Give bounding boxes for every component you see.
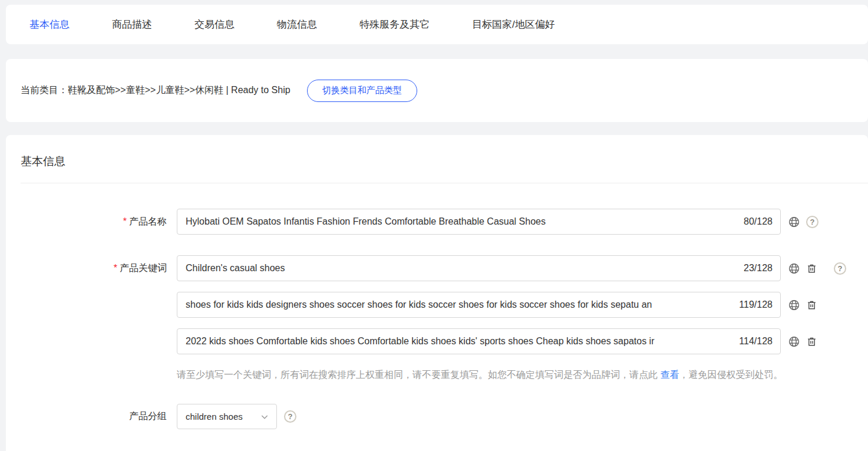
- keywords-label: *产品关键词: [6, 262, 177, 275]
- product-name-input-wrap: 80/128: [177, 209, 781, 235]
- hint-text-after: ，避免因侵权受到处罚。: [679, 370, 783, 380]
- globe-icon[interactable]: [788, 216, 800, 228]
- keywords-hint: 请至少填写一个关键词，所有词在搜索排序上权重相同，请不要重复填写。如您不确定填写…: [177, 369, 868, 381]
- hint-view-link[interactable]: 查看: [660, 370, 679, 380]
- basic-info-card: 基本信息 *产品名称 80/128 ?: [6, 135, 868, 451]
- tab-target-market[interactable]: 目标国家/地区偏好: [466, 18, 561, 31]
- basic-info-form: *产品名称 80/128 ? *产品关键词: [6, 209, 868, 429]
- product-name-icons: ?: [788, 216, 819, 228]
- keyword-3-input[interactable]: [177, 328, 781, 354]
- question-icon[interactable]: ?: [834, 262, 846, 275]
- keyword-1-counter: 23/128: [740, 263, 773, 274]
- current-category-path: 鞋靴及配饰>>童鞋>>儿童鞋>>休闲鞋 | Ready to Ship: [68, 84, 291, 97]
- keyword-2-input-wrap: 119/128: [177, 292, 781, 318]
- category-bar: 当前类目：鞋靴及配饰>>童鞋>>儿童鞋>>休闲鞋 | Ready to Ship…: [6, 59, 868, 122]
- globe-icon[interactable]: [788, 299, 800, 311]
- trash-icon[interactable]: [806, 263, 817, 274]
- keyword-2-icons: [788, 299, 823, 311]
- product-group-select[interactable]: children shoes: [177, 404, 277, 429]
- product-name-input[interactable]: [177, 209, 781, 235]
- keyword-1-icons: ?: [788, 262, 846, 275]
- hint-text-before: 请至少填写一个关键词，所有词在搜索排序上权重相同，请不要重复填写。如您不确定填写…: [177, 370, 660, 380]
- question-icon[interactable]: ?: [806, 216, 819, 228]
- keyword-3-input-wrap: 114/128: [177, 328, 781, 354]
- keyword-row-2: 119/128: [6, 292, 868, 318]
- product-group-icons: ?: [284, 410, 296, 423]
- keyword-3-icons: [788, 335, 823, 348]
- product-name-counter: 80/128: [740, 216, 773, 227]
- required-asterisk: *: [123, 216, 127, 226]
- product-group-value: children shoes: [186, 412, 243, 422]
- section-divider: [21, 183, 868, 183]
- keyword-2-counter: 119/128: [735, 299, 773, 310]
- trash-icon[interactable]: [806, 336, 817, 347]
- keyword-1-input-wrap: 23/128: [177, 255, 781, 281]
- globe-icon[interactable]: [788, 262, 800, 275]
- chevron-down-icon: [260, 412, 269, 422]
- product-name-label: *产品名称: [6, 216, 177, 228]
- product-group-label: 产品分组: [6, 410, 177, 423]
- tab-trade-info[interactable]: 交易信息: [189, 18, 240, 31]
- keyword-2-input[interactable]: [177, 292, 781, 318]
- current-category-label: 当前类目：: [21, 84, 68, 97]
- product-name-row: *产品名称 80/128 ?: [6, 209, 868, 235]
- trash-icon[interactable]: [806, 299, 817, 311]
- tab-product-description[interactable]: 商品描述: [106, 18, 158, 31]
- keyword-row-3: 114/128: [6, 328, 868, 354]
- required-asterisk: *: [114, 263, 117, 273]
- section-title: 基本信息: [6, 154, 868, 169]
- product-group-row: 产品分组 children shoes ?: [6, 404, 868, 429]
- switch-category-button[interactable]: 切换类目和产品类型: [307, 80, 417, 102]
- tab-basic-info[interactable]: 基本信息: [24, 18, 75, 31]
- tab-logistics-info[interactable]: 物流信息: [271, 18, 323, 31]
- question-icon[interactable]: ?: [284, 410, 296, 423]
- keyword-1-input[interactable]: [177, 255, 781, 281]
- globe-icon[interactable]: [788, 335, 800, 348]
- tab-bar: 基本信息 商品描述 交易信息 物流信息 特殊服务及其它 目标国家/地区偏好: [6, 5, 868, 44]
- keyword-3-counter: 114/128: [735, 336, 773, 347]
- keyword-row-1: *产品关键词 23/128 ?: [6, 255, 868, 281]
- tab-special-services[interactable]: 特殊服务及其它: [354, 18, 435, 31]
